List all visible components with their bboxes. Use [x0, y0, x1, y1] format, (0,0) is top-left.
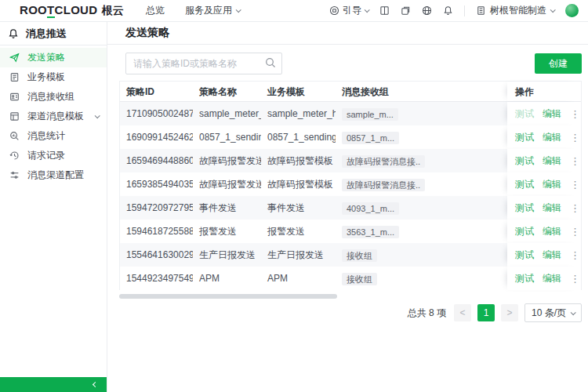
edit-link[interactable]: 编辑	[543, 131, 561, 144]
row-actions: 测试编辑⋮	[507, 149, 581, 172]
receiver-group-tag: sample_m...	[342, 108, 398, 121]
total-count: 总共 8 项	[408, 307, 446, 320]
guide-menu[interactable]: 引导	[329, 4, 368, 17]
cell-strategy-id: 15946187255880...	[120, 220, 193, 243]
search-icon[interactable]	[265, 57, 276, 71]
more-actions-icon[interactable]: ⋮	[570, 202, 580, 214]
table-row: 17109050024871...sample_meter_se...sampl…	[120, 102, 581, 125]
more-actions-icon[interactable]: ⋮	[570, 108, 580, 120]
row-actions: 测试编辑⋮	[507, 102, 581, 125]
template-icon	[9, 111, 20, 122]
guide-label: 引导	[343, 4, 361, 17]
edit-link[interactable]: 编辑	[543, 249, 561, 262]
receiver-group-tag: 接收组	[342, 249, 377, 262]
column-header: 消息接收组	[336, 80, 507, 103]
nav-item-services[interactable]: 服务及应用	[185, 4, 240, 17]
test-link[interactable]: 测试	[515, 249, 534, 262]
message-push-bell-icon	[8, 28, 19, 39]
globe-icon[interactable]	[422, 5, 432, 16]
sidebar-item-label: 渠道消息模板	[27, 110, 84, 123]
logo-text-underlined: T	[47, 3, 54, 18]
cell-business-template: sample_meter_halt_al...	[261, 102, 336, 125]
edit-link[interactable]: 编辑	[543, 272, 561, 285]
settings-sliders-icon	[9, 170, 20, 180]
sidebar-item-channel-config[interactable]: 消息渠道配置	[0, 165, 107, 185]
cell-strategy-name: 事件发送	[193, 196, 261, 220]
cell-receiver-group: 0857_1_m...	[336, 125, 507, 149]
edit-link[interactable]: 编辑	[543, 107, 561, 121]
test-link[interactable]: 测试	[515, 107, 534, 121]
cell-strategy-name: APM	[193, 267, 261, 290]
next-page-button[interactable]: >	[501, 304, 518, 321]
cell-receiver-group: 接收组	[336, 267, 507, 290]
test-link[interactable]: 测试	[515, 225, 534, 238]
cell-strategy-name: 生产日报发送	[193, 243, 261, 267]
cell-strategy-name: 0857_1_sendingP...	[193, 125, 261, 149]
chevron-down-icon	[236, 7, 241, 13]
strategy-table: 策略ID 策略名称 业务模板 消息接收组 操作 17109050024871..…	[119, 81, 582, 290]
pagination: 总共 8 项 < 1 > 10 条/页	[408, 303, 582, 322]
column-header: 策略ID	[120, 80, 193, 103]
page-number-button-active[interactable]: 1	[477, 304, 495, 321]
table-row: 15947209727958...事件发送事件发送4093_1_m...测试编辑…	[120, 196, 581, 220]
test-link[interactable]: 测试	[515, 178, 534, 191]
notification-bell-icon[interactable]	[443, 5, 453, 16]
test-link[interactable]: 测试	[515, 154, 534, 168]
sidebar-menu: 发送策略 业务模板 消息接收组 渠道消息模板 消息统计 请求记录 消息渠道配置	[0, 45, 107, 185]
docs-icon[interactable]	[379, 5, 390, 16]
more-actions-icon[interactable]: ⋮	[570, 132, 580, 143]
top-nav: 总览 服务及应用	[146, 4, 240, 17]
edit-link[interactable]: 编辑	[543, 225, 561, 238]
sidebar-item-label: 消息统计	[27, 129, 65, 143]
test-link[interactable]: 测试	[515, 272, 534, 285]
sidebar-item-label: 消息渠道配置	[27, 169, 84, 182]
create-button[interactable]: 创建	[535, 53, 582, 74]
apps-icon[interactable]	[401, 5, 411, 16]
horizontal-scrollbar-thumb[interactable]	[119, 294, 337, 299]
edit-link[interactable]: 编辑	[543, 178, 561, 191]
nav-item-overview[interactable]: 总览	[146, 4, 165, 17]
page-size-select[interactable]: 10 条/页	[524, 303, 582, 322]
cell-strategy-id: 16594694488604...	[120, 149, 193, 172]
sidebar-item-request-log[interactable]: 请求记录	[0, 146, 107, 165]
cell-strategy-id: 16593854940358...	[120, 172, 193, 196]
search-input[interactable]	[125, 53, 282, 74]
page-size-value: 10 条/页	[532, 307, 566, 320]
more-actions-icon[interactable]: ⋮	[570, 226, 580, 238]
prev-page-button[interactable]: <	[454, 304, 471, 321]
receiver-group-tag: 4093_1_m...	[342, 202, 399, 215]
table-row: 16593854940358...故障码报警发送...故障码报警模板故障码报警消…	[120, 172, 581, 196]
org-switcher[interactable]: 树根智能制造	[476, 4, 554, 17]
cell-receiver-group: sample_m...	[336, 102, 507, 125]
logo-text: ROO	[20, 3, 47, 16]
row-actions: 测试编辑⋮	[507, 267, 581, 290]
rootcloud-logo: ROOTCLOUD 根云	[20, 3, 124, 18]
page-title: 发送策略	[125, 26, 169, 40]
table-row: 15946187255880...报警发送报警发送3563_1_m...测试编辑…	[120, 220, 581, 243]
nav-label: 总览	[146, 4, 165, 17]
logo-text: CLOUD	[55, 3, 98, 16]
more-actions-icon[interactable]: ⋮	[570, 179, 580, 191]
sidebar-item-business-template[interactable]: 业务模板	[0, 67, 107, 87]
sidebar-item-message-stats[interactable]: 消息统计	[0, 126, 107, 146]
test-link[interactable]: 测试	[515, 201, 534, 215]
stats-search-icon	[9, 131, 20, 141]
more-actions-icon[interactable]: ⋮	[570, 273, 580, 285]
edit-link[interactable]: 编辑	[543, 154, 561, 168]
sidebar-item-receiver-groups[interactable]: 消息接收组	[0, 87, 107, 107]
contact-group-icon	[9, 92, 20, 102]
chevron-down-icon	[95, 113, 100, 118]
test-link[interactable]: 测试	[515, 131, 534, 144]
edit-link[interactable]: 编辑	[543, 201, 561, 215]
sidebar-collapse-button[interactable]	[0, 377, 107, 392]
cell-strategy-id: 15546416300293...	[120, 243, 193, 267]
row-actions: 测试编辑⋮	[507, 172, 581, 196]
row-actions: 测试编辑⋮	[507, 125, 581, 149]
user-avatar[interactable]	[565, 4, 579, 17]
sidebar-item-channel-templates[interactable]: 渠道消息模板	[0, 107, 107, 126]
more-actions-icon[interactable]: ⋮	[570, 155, 580, 167]
chevron-down-icon	[550, 7, 556, 13]
more-actions-icon[interactable]: ⋮	[570, 249, 580, 261]
sidebar-item-send-strategy[interactable]: 发送策略	[0, 48, 107, 67]
table-row: 15546416300293...生产日报发送生产日报发送接收组测试编辑⋮	[120, 243, 581, 267]
